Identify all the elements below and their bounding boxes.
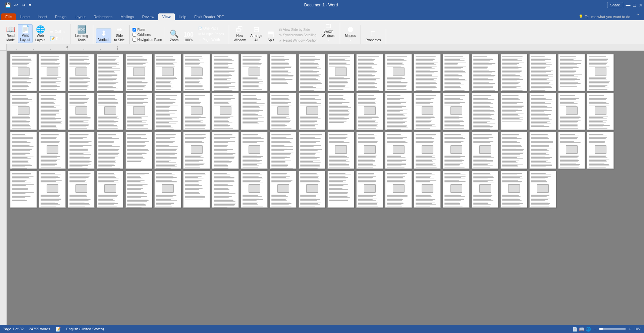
page-thumb[interactable]: [529, 171, 556, 208]
tab-view[interactable]: View: [158, 13, 175, 20]
page-thumb[interactable]: [68, 171, 95, 208]
language[interactable]: English (United States): [66, 327, 104, 331]
page-thumb[interactable]: [183, 54, 210, 91]
page-thumb[interactable]: [154, 171, 181, 208]
read-mode-btn[interactable]: 📖 Read Mode: [4, 25, 17, 43]
tab-file[interactable]: File: [1, 13, 16, 20]
page-thumb[interactable]: [356, 132, 383, 169]
page-thumb[interactable]: [241, 54, 268, 91]
restore-btn[interactable]: □: [633, 2, 636, 8]
page-thumb[interactable]: [125, 171, 152, 208]
page-thumb[interactable]: [356, 93, 383, 130]
page-thumb[interactable]: [270, 54, 297, 91]
page-thumb[interactable]: [500, 54, 527, 91]
page-thumb[interactable]: [529, 54, 556, 91]
page-thumb[interactable]: [241, 93, 268, 130]
page-thumb[interactable]: [472, 93, 498, 130]
web-layout-status-btn[interactable]: 🌐: [586, 327, 591, 332]
page-thumb[interactable]: [385, 93, 412, 130]
switch-windows-btn[interactable]: 🗔 Switch Windows ▾: [320, 22, 337, 43]
page-thumb[interactable]: [385, 54, 412, 91]
zoom-out-btn[interactable]: −: [594, 326, 596, 332]
page-thumb[interactable]: [241, 171, 268, 208]
page-thumb[interactable]: [587, 54, 614, 91]
tell-me-field[interactable]: 💡 Tell me what you want to do: [576, 13, 633, 20]
page-thumb[interactable]: [500, 132, 527, 169]
spell-check-icon[interactable]: 📝: [55, 327, 61, 332]
tab-home[interactable]: Home: [16, 13, 34, 20]
page-thumb[interactable]: [414, 93, 441, 130]
page-thumb[interactable]: [10, 93, 37, 130]
page-thumb[interactable]: [299, 132, 325, 169]
page-thumb[interactable]: [500, 93, 527, 130]
vertical-btn[interactable]: ⬍ Vertical: [96, 29, 112, 43]
page-thumb[interactable]: [529, 93, 556, 130]
page-thumb[interactable]: [97, 171, 123, 208]
page-thumb[interactable]: [183, 93, 210, 130]
page-thumb[interactable]: [558, 93, 585, 130]
page-thumb[interactable]: [97, 54, 123, 91]
page-thumb[interactable]: [327, 132, 354, 169]
page-thumb[interactable]: [443, 93, 470, 130]
page-thumb[interactable]: [385, 171, 412, 208]
page-thumb[interactable]: [327, 54, 354, 91]
page-thumb[interactable]: [356, 171, 383, 208]
draft-btn[interactable]: 📝 Draft: [49, 36, 67, 42]
zoom-100-btn[interactable]: 100 100%: [181, 31, 196, 43]
page-thumb[interactable]: [414, 132, 441, 169]
qat-undo[interactable]: ↩: [13, 2, 19, 8]
read-mode-status-btn[interactable]: 📖: [579, 327, 584, 332]
print-layout-btn[interactable]: 📄 Print Layout: [18, 24, 33, 43]
page-thumb[interactable]: [125, 54, 152, 91]
learning-tools-btn[interactable]: 🔤 Learning Tools: [73, 25, 90, 43]
properties-btn[interactable]: 🗒 Properties: [364, 29, 383, 43]
page-thumb[interactable]: [327, 171, 354, 208]
page-thumb[interactable]: [299, 171, 325, 208]
page-thumb[interactable]: [68, 93, 95, 130]
one-page-btn[interactable]: 📄One Page: [197, 26, 225, 31]
tab-mailings[interactable]: Mailings: [116, 13, 138, 20]
page-thumb[interactable]: [241, 132, 268, 169]
page-thumb[interactable]: [183, 132, 210, 169]
share-button[interactable]: Share: [607, 2, 623, 8]
page-thumb[interactable]: [443, 171, 470, 208]
page-thumb[interactable]: [529, 132, 556, 169]
page-thumb[interactable]: [10, 54, 37, 91]
navigation-pane-checkbox[interactable]: Navigation Pane: [132, 38, 162, 42]
page-thumb[interactable]: [39, 132, 66, 169]
web-layout-btn[interactable]: 🌐 Web Layout: [33, 25, 47, 43]
minimize-btn[interactable]: —: [626, 2, 631, 8]
page-thumb[interactable]: [39, 54, 66, 91]
zoom-level[interactable]: 10%: [634, 327, 641, 331]
page-thumb[interactable]: [587, 132, 614, 169]
page-thumb[interactable]: [414, 171, 441, 208]
page-thumb[interactable]: [270, 93, 297, 130]
page-thumb[interactable]: [500, 171, 527, 208]
split-btn[interactable]: ⬒ Split: [265, 29, 277, 43]
page-thumb[interactable]: [299, 93, 325, 130]
page-thumb[interactable]: [270, 132, 297, 169]
tab-insert[interactable]: Insert: [34, 13, 51, 20]
page-thumb[interactable]: [443, 132, 470, 169]
page-thumb[interactable]: [39, 171, 66, 208]
page-thumb[interactable]: [10, 171, 37, 208]
page-thumb[interactable]: [212, 171, 239, 208]
multiple-pages-btn[interactable]: ⊞Multiple Pages: [197, 32, 225, 37]
outline-btn[interactable]: ☰ Outline: [49, 29, 67, 35]
page-thumb[interactable]: [183, 171, 210, 208]
page-thumb[interactable]: [97, 93, 123, 130]
page-thumb[interactable]: [97, 132, 123, 169]
tab-design[interactable]: Design: [51, 13, 70, 20]
page-thumb[interactable]: [154, 93, 181, 130]
page-thumb[interactable]: [558, 132, 585, 169]
page-thumb[interactable]: [39, 93, 66, 130]
page-thumb[interactable]: [212, 132, 239, 169]
tab-layout[interactable]: Layout: [70, 13, 90, 20]
page-thumb[interactable]: [125, 93, 152, 130]
print-layout-status-btn[interactable]: 📄: [572, 327, 578, 332]
qat-redo[interactable]: ↪: [20, 2, 26, 8]
ruler-checkbox[interactable]: Ruler: [132, 28, 162, 32]
close-btn[interactable]: ✕: [639, 2, 643, 8]
page-thumb[interactable]: [356, 54, 383, 91]
macros-btn[interactable]: ⏺ Macros ▾: [343, 25, 358, 43]
